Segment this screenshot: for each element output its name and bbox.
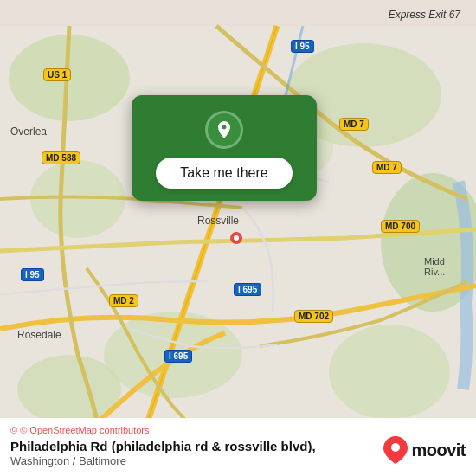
moovit-pin-icon — [383, 436, 408, 464]
popup-pin — [205, 111, 243, 149]
road-label-md7a: MD 7 — [339, 118, 369, 131]
road-label-i695a: I 695 — [234, 283, 261, 296]
location-pin-icon — [214, 119, 235, 140]
svg-point-10 — [234, 235, 239, 241]
take-me-there-button[interactable]: Take me there — [156, 158, 292, 189]
road-label-md2: MD 2 — [109, 294, 138, 307]
moovit-logo: moovit — [383, 436, 466, 464]
road-label-md7b: MD 7 — [372, 161, 402, 174]
svg-point-7 — [329, 325, 450, 420]
express-exit-label: Express Exit 67 — [389, 9, 460, 21]
location-title: Philadelphia Rd (philadelphia rd & rossv… — [10, 438, 316, 455]
popup-card: Take me there — [132, 95, 317, 201]
road-label-md588: MD 588 — [42, 151, 80, 164]
map-svg — [0, 0, 476, 476]
moovit-text: moovit — [411, 441, 466, 460]
map-container: Express Exit 67 US 1 MD 588 MD 2 MD 7 MD… — [0, 0, 476, 476]
osm-attribution: © © OpenStreetMap contributors — [10, 425, 466, 435]
road-label-i695b: I 695 — [164, 350, 192, 363]
road-label-md702: MD 702 — [294, 310, 333, 323]
road-label-i95a: I 95 — [291, 40, 314, 53]
location-subtitle: Washington / Baltimore — [10, 454, 316, 467]
road-label-md700: MD 700 — [381, 220, 420, 233]
bottom-bar: © © OpenStreetMap contributors Philadelp… — [0, 418, 476, 477]
svg-point-11 — [391, 443, 400, 452]
road-label-i95b: I 95 — [21, 268, 44, 281]
road-label-us1: US 1 — [43, 68, 71, 81]
